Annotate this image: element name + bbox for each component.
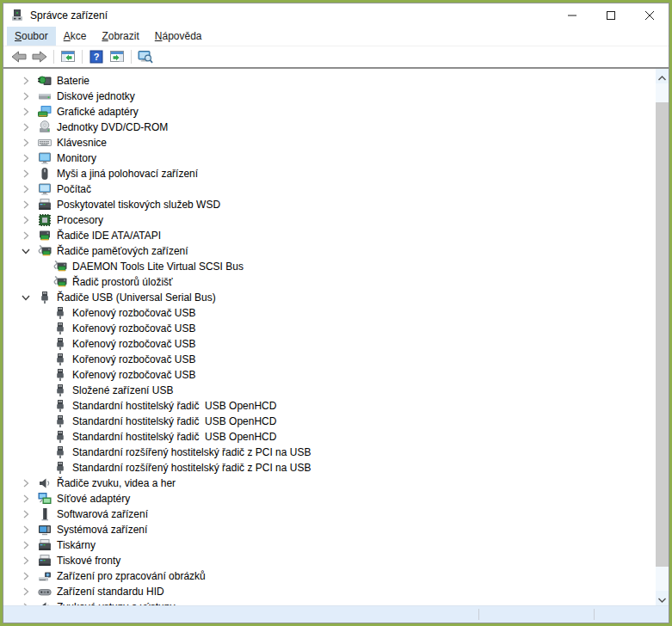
tree-item-standardn-hostitelsk-adi-usb-openhcd[interactable]: Standardní hostitelský řadič USB OpenHCD: [3, 429, 669, 445]
tree-item-label: Zařízení standardu HID: [57, 586, 164, 598]
back-arrow-icon: [11, 51, 27, 63]
tree-item-label: Standardní hostitelský řadič USB OpenHCD: [72, 431, 276, 443]
tree-item-poskytovatel-tiskov-ch-slu-eb-wsd[interactable]: Poskytovatel tiskových služeb WSD: [3, 197, 669, 212]
tree-item-adi-e-zvuku-videa-a-her[interactable]: Řadiče zvuku, videa a her: [3, 476, 669, 491]
tree-item-procesory[interactable]: Procesory: [3, 212, 669, 228]
tree-item-ko-enov-rozbo-ova-usb[interactable]: Kořenový rozbočovač USB: [3, 336, 669, 352]
usb-icon: [53, 414, 67, 428]
chevron-collapsed-icon: [19, 229, 33, 242]
action-pane-button[interactable]: [107, 47, 127, 66]
tree-item-label: Kořenový rozbočovač USB: [72, 307, 195, 319]
tree-item-daemon-tools-lite-virtual-scsi-bus[interactable]: DAEMON Tools Lite Virtual SCSI Bus: [3, 259, 669, 274]
tree-item-standardn-roz-en-hostitelsk-adi-z-pci-na-usb[interactable]: Standardní rozšířený hostitelský řadič z…: [3, 460, 669, 476]
display-adapter-icon: [38, 105, 52, 119]
scroll-up-button[interactable]: [656, 69, 669, 83]
scan-hardware-changes-button[interactable]: [135, 47, 156, 66]
tree-item-ko-enov-rozbo-ova-usb[interactable]: Kořenový rozbočovač USB: [3, 352, 669, 367]
usb-icon: [53, 399, 67, 413]
tree-item-kl-vesnice[interactable]: Klávesnice: [3, 135, 669, 150]
tree-item-po-ta[interactable]: Počítač: [3, 181, 669, 197]
tree-item-label: Procesory: [57, 214, 103, 226]
tree-item-standardn-hostitelsk-adi-usb-openhcd[interactable]: Standardní hostitelský řadič USB OpenHCD: [3, 398, 669, 414]
system-device-icon: [38, 523, 52, 537]
tree-item-ko-enov-rozbo-ova-usb[interactable]: Kořenový rozbočovač USB: [3, 305, 669, 321]
vertical-scrollbar[interactable]: [656, 69, 669, 605]
printer-icon: [38, 554, 52, 568]
tree-item-label: Standardní rozšířený hostitelský řadič z…: [72, 446, 311, 458]
maximize-icon: [607, 8, 615, 23]
scrollbar-thumb[interactable]: [656, 102, 669, 567]
scroll-down-button[interactable]: [656, 591, 669, 605]
chevron-spacer: [34, 306, 48, 320]
chevron-collapsed-icon: [19, 585, 33, 598]
keyboard-icon: [38, 136, 52, 150]
tree-item-adi-e-ide-ata-atapi[interactable]: Řadiče IDE ATA/ATAPI: [3, 228, 669, 243]
tree-item-adi-prostor-lo-i[interactable]: Řadič prostorů úložišť: [3, 274, 669, 290]
tree-item-label: Síťové adaptéry: [57, 493, 130, 505]
tree-item-syst-mov-za-zen[interactable]: Systémová zařízení: [3, 522, 669, 537]
tree-item-label: Kořenový rozbočovač USB: [72, 338, 195, 350]
menu-bar: SouborAkceZobrazitNápověda: [3, 27, 669, 46]
help-button[interactable]: ?: [86, 47, 107, 66]
tree-item-label: DAEMON Tools Lite Virtual SCSI Bus: [72, 261, 244, 273]
help-icon: ?: [89, 50, 103, 64]
tree-item-standardn-hostitelsk-adi-usb-openhcd[interactable]: Standardní hostitelský řadič USB OpenHCD: [3, 414, 669, 429]
tree-item-label: Systémová zařízení: [57, 524, 147, 536]
tree-item-tisk-rny[interactable]: Tiskárny: [3, 537, 669, 553]
menu-item-zobrazit[interactable]: Zobrazit: [94, 27, 146, 46]
tree-item-ko-enov-rozbo-ova-usb[interactable]: Kořenový rozbočovač USB: [3, 321, 669, 336]
tree-item-s-ov-adapt-ry[interactable]: Síťové adaptéry: [3, 491, 669, 506]
title-bar: Správce zařízení: [3, 3, 669, 27]
tree-item-diskov-jednotky[interactable]: Diskové jednotky: [3, 89, 669, 104]
ide-controller-icon: [38, 229, 52, 242]
tree-item-label: Klávesnice: [57, 137, 107, 149]
chevron-collapsed-icon: [19, 151, 33, 165]
tree-item-my-i-a-jin-polohovac-za-zen[interactable]: Myši a jiná polohovací zařízení: [3, 166, 669, 181]
disk-drive-icon: [38, 89, 52, 103]
tree-item-tiskov-fronty[interactable]: Tiskové fronty: [3, 553, 669, 568]
tree-item-softwarov-za-zen[interactable]: Softwarová zařízení: [3, 506, 669, 522]
printer-icon: [38, 198, 52, 212]
tree-item-label: Tiskové fronty: [57, 555, 120, 567]
usb-icon: [53, 461, 67, 475]
chevron-spacer: [34, 322, 48, 335]
usb-icon: [53, 445, 67, 459]
chevron-collapsed-icon: [19, 213, 33, 227]
device-tree: BaterieDiskové jednotkyGrafické adaptéry…: [3, 69, 669, 605]
scrollbar-track-upper[interactable]: [656, 83, 669, 102]
tree-item-zvukov-vstupy-a-v-stupy[interactable]: Zvukové vstupy a výstupy: [3, 599, 669, 605]
forward-button[interactable]: [29, 47, 50, 66]
tree-item-monitory[interactable]: Monitory: [3, 150, 669, 166]
usb-icon: [53, 368, 67, 382]
chevron-collapsed-icon: [19, 198, 33, 212]
tree-item-slo-en-za-zen-usb[interactable]: Složené zařízení USB: [3, 383, 669, 398]
chevron-collapsed-icon: [19, 523, 33, 537]
tree-item-adi-e-usb-universal-serial-bus[interactable]: Řadiče USB (Universal Serial Bus): [3, 290, 669, 305]
minimize-button[interactable]: [552, 3, 591, 27]
menu-item-n-pov-da[interactable]: Nápověda: [147, 27, 210, 46]
tree-item-za-zen-standardu-hid[interactable]: Zařízení standardu HID: [3, 584, 669, 599]
tree-item-label: Počítač: [57, 183, 91, 195]
back-button[interactable]: [9, 47, 29, 66]
usb-icon: [53, 306, 67, 320]
scan-hardware-icon: [138, 50, 153, 64]
tree-item-adi-e-pam-ov-ch-za-zen[interactable]: Řadiče paměťových zařízení: [3, 243, 669, 259]
usb-icon: [53, 337, 67, 351]
tree-item-jednotky-dvd-cd-rom[interactable]: Jednotky DVD/CD-ROM: [3, 120, 669, 135]
chevron-spacer: [34, 430, 48, 444]
toolbar-separator: [131, 50, 132, 64]
show-console-tree-button[interactable]: [58, 47, 78, 66]
scrollbar-track-lower[interactable]: [656, 567, 669, 591]
tree-item-baterie[interactable]: Baterie: [3, 73, 669, 89]
tree-item-grafick-adapt-ry[interactable]: Grafické adaptéry: [3, 104, 669, 120]
chevron-collapsed-icon: [19, 538, 33, 552]
tree-item-label: Myši a jiná polohovací zařízení: [57, 168, 198, 180]
close-button[interactable]: [630, 3, 669, 27]
maximize-button[interactable]: [591, 3, 630, 27]
tree-item-za-zen-pro-zpracov-n-obr-zk[interactable]: Zařízení pro zpracování obrázků: [3, 568, 669, 584]
menu-item-akce[interactable]: Akce: [56, 27, 95, 46]
menu-item-soubor[interactable]: Soubor: [7, 27, 56, 46]
tree-item-ko-enov-rozbo-ova-usb[interactable]: Kořenový rozbočovač USB: [3, 367, 669, 383]
tree-item-standardn-roz-en-hostitelsk-adi-z-pci-na-usb[interactable]: Standardní rozšířený hostitelský řadič z…: [3, 445, 669, 460]
chevron-collapsed-icon: [19, 476, 33, 490]
